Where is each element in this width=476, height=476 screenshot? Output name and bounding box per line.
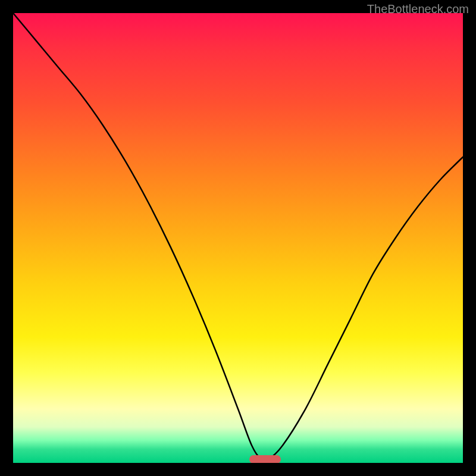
attribution-label: TheBottleneck.com xyxy=(367,2,469,16)
bottleneck-curve-line xyxy=(13,13,463,460)
optimal-range-marker xyxy=(249,455,281,463)
chart-plot-area xyxy=(13,13,463,463)
chart-curve-svg xyxy=(13,13,463,463)
